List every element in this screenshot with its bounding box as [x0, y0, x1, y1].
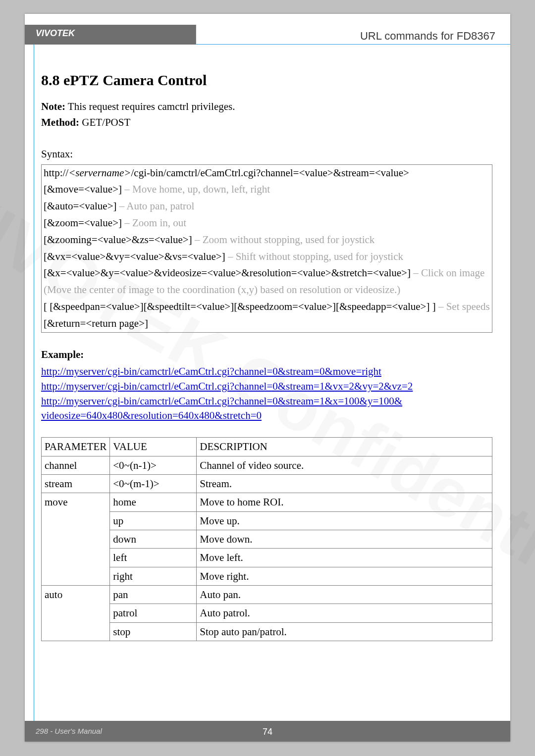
note-label: Note:	[41, 101, 65, 112]
cell-value: stop	[110, 622, 197, 641]
syntax-line-5: [&zooming=<value>&zs=<value>] – Zoom wit…	[42, 232, 492, 249]
syntax-label: Syntax:	[41, 147, 492, 161]
syntax-comment: – Auto pan, patrol	[116, 200, 194, 212]
footer-page-number: 74	[25, 727, 510, 737]
syntax-line-6: [&vx=<value>&vy=<value>&vs=<value>] – Sh…	[42, 249, 492, 265]
cell-desc: Move left.	[197, 549, 492, 567]
syntax-line-7: [&x=<value>&y=<value>&videosize=<value>&…	[42, 265, 492, 282]
syntax-line-8: (Move the center of image to the coordin…	[42, 282, 492, 299]
syntax-line-2: [&move=<value>] – Move home, up, down, l…	[42, 181, 492, 198]
brand-label: VIVOTEK	[25, 25, 196, 45]
syntax-comment: – Zoom without stopping, used for joysti…	[192, 234, 375, 246]
syntax-line-10: [&return=<return page>]	[42, 315, 492, 332]
header-parameter: PARAMETER	[42, 438, 110, 456]
table-row: stream <0~(m-1)> Stream.	[42, 474, 492, 493]
example-link-2[interactable]: http://myserver/cgi-bin/camctrl/eCamCtrl…	[41, 380, 413, 392]
syntax-text: [&move=<value>]	[44, 183, 122, 195]
header-description: DESCRIPTION	[197, 438, 492, 456]
page-title: URL commands for FD8367	[196, 25, 510, 45]
syntax-text: [ [&speedpan=<value>][&speedtilt=<value>…	[44, 301, 436, 312]
method-value: GET/POST	[79, 116, 130, 128]
syntax-text: /cgi-bin/camctrl/eCamCtrl.cgi?channel=<v…	[131, 167, 409, 179]
header-value: VALUE	[110, 438, 197, 456]
syntax-line-9: [ [&speedpan=<value>][&speedtilt=<value>…	[42, 299, 492, 315]
syntax-text: [&auto=<value>]	[44, 200, 116, 212]
syntax-comment: – Click on image	[411, 267, 484, 279]
cell-param: channel	[42, 456, 110, 474]
syntax-text: http://	[44, 167, 68, 179]
syntax-box: http://<servername>/cgi-bin/camctrl/eCam…	[41, 164, 492, 333]
cell-value: home	[110, 493, 197, 511]
cell-param: move	[42, 493, 110, 586]
cell-desc: Stop auto pan/patrol.	[197, 622, 492, 641]
content-frame: VIVOTEK Confidential 8.8 ePTZ Camera Con…	[34, 45, 510, 721]
syntax-text: [&zoom=<value>]	[44, 217, 122, 229]
cell-value: right	[110, 567, 197, 585]
cell-value: patrol	[110, 604, 197, 622]
cell-value: <0~(n-1)>	[110, 456, 197, 474]
cell-desc: Auto pan.	[197, 586, 492, 604]
table-row: move home Move to home ROI.	[42, 493, 492, 511]
syntax-text: [&vx=<value>&vy=<value>&vs=<value>]	[44, 251, 225, 262]
cell-desc: Channel of video source.	[197, 456, 492, 474]
example-link-1[interactable]: http://myserver/cgi-bin/camctrl/eCamCtrl…	[41, 365, 381, 377]
syntax-line-4: [&zoom=<value>] – Zoom in, out	[42, 215, 492, 232]
example-link-3a[interactable]: http://myserver/cgi-bin/camctrl/eCamCtrl…	[41, 395, 402, 407]
syntax-line-1: http://<servername>/cgi-bin/camctrl/eCam…	[42, 165, 492, 182]
example-link-3b[interactable]: videosize=640x480&resolution=640x480&str…	[41, 409, 262, 421]
document-page: VIVOTEK URL commands for FD8367 VIVOTEK …	[25, 14, 510, 742]
footer-bar: 298 - User's Manual 74	[25, 721, 510, 742]
note-line: Note: This request requires camctrl priv…	[41, 100, 492, 113]
parameter-table: PARAMETER VALUE DESCRIPTION channel <0~(…	[41, 437, 492, 641]
method-line: Method: GET/POST	[41, 115, 492, 129]
cell-value: left	[110, 549, 197, 567]
syntax-text: [&zooming=<value>&zs=<value>]	[44, 234, 192, 246]
table-header-row: PARAMETER VALUE DESCRIPTION	[42, 438, 492, 456]
syntax-servername: <servername>	[68, 167, 131, 179]
content-area: 8.8 ePTZ Camera Control Note: This reque…	[41, 70, 492, 641]
cell-value: down	[110, 530, 197, 548]
cell-value: <0~(m-1)>	[110, 474, 197, 493]
cell-desc: Move to home ROI.	[197, 493, 492, 511]
example-links: http://myserver/cgi-bin/camctrl/eCamCtrl…	[41, 364, 492, 423]
table-row: auto pan Auto pan.	[42, 586, 492, 604]
method-label: Method:	[41, 116, 79, 128]
cell-value: pan	[110, 586, 197, 604]
cell-desc: Stream.	[197, 474, 492, 493]
cell-param: stream	[42, 474, 110, 493]
example-label: Example:	[41, 348, 492, 361]
note-text: This request requires camctrl privileges…	[65, 101, 235, 112]
cell-desc: Move down.	[197, 530, 492, 548]
syntax-comment: – Move home, up, down, left, right	[122, 183, 270, 195]
cell-desc: Auto patrol.	[197, 604, 492, 622]
syntax-line-3: [&auto=<value>] – Auto pan, patrol	[42, 198, 492, 215]
header-bar: VIVOTEK URL commands for FD8367	[25, 25, 510, 45]
cell-desc: Move right.	[197, 567, 492, 585]
table-row: channel <0~(n-1)> Channel of video sourc…	[42, 456, 492, 474]
syntax-comment: – Zoom in, out	[122, 217, 186, 229]
syntax-comment: – Shift without stopping, used for joyst…	[225, 251, 403, 262]
syntax-text: [&x=<value>&y=<value>&videosize=<value>&…	[44, 267, 411, 279]
section-heading: 8.8 ePTZ Camera Control	[41, 70, 492, 91]
cell-value: up	[110, 511, 197, 530]
cell-param: auto	[42, 586, 110, 641]
syntax-comment: – Set speeds	[436, 301, 490, 312]
cell-desc: Move up.	[197, 511, 492, 530]
